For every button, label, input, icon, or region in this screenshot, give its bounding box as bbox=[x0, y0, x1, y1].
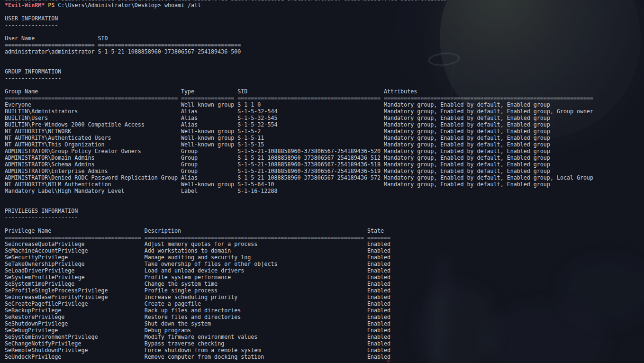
group-info-row: ADMINISTRATOR\Enterprise Admins Group S-… bbox=[5, 168, 593, 174]
privileges-info-row: SeIncreaseQuotaPrivilege Adjust memory q… bbox=[5, 241, 593, 247]
group-info-header-row: Group Name Type SID Attributes bbox=[5, 88, 593, 95]
privileges-info-row: SeTakeOwnershipPrivilege Take ownership … bbox=[5, 261, 593, 267]
group-info-row: ADMINISTRATOR\Group Policy Creator Owner… bbox=[5, 148, 593, 154]
terminal-blank-line bbox=[5, 221, 593, 227]
privileges-info-row: SeRestorePrivilege Restore files and dir… bbox=[5, 314, 593, 320]
terminal-blank-line bbox=[5, 62, 593, 68]
group-info-row: ADMINISTRATOR\Schema Admins Group S-1-5-… bbox=[5, 161, 593, 168]
privileges-info-row: SeSystemProfilePrivilege Profile system … bbox=[5, 274, 593, 281]
privileges-info-row: SeIncreaseBasePriorityPrivilege Increase… bbox=[5, 294, 593, 300]
privileges-info-row: SeBackupPrivilege Back up files and dire… bbox=[5, 307, 593, 314]
privileges-info-row: SeCreatePagefilePrivilege Create a pagef… bbox=[5, 300, 593, 307]
user-info-header-row: User Name SID bbox=[5, 35, 593, 42]
privileges-info-title: PRIVILEGES INFORMATION bbox=[5, 208, 593, 214]
prompt-shell-tag: *Evil-WinRM* bbox=[5, 2, 45, 9]
prompt-path: C:\Users\Administrator\Desktop> bbox=[58, 2, 161, 9]
terminal-output[interactable]: aad3b435b51404ee 31d6cfe0d16ae931 b73c59… bbox=[0, 0, 593, 360]
group-info-row: NT AUTHORITY\NETWORK Well-known group S-… bbox=[5, 128, 593, 135]
user-info-title: USER INFORMATION bbox=[5, 15, 593, 22]
user-info-separator-row: =========================== ============… bbox=[5, 42, 593, 48]
user-info-underline: ---------------- bbox=[5, 22, 593, 28]
privileges-info-row: SeChangeNotifyPrivilege Bypass traverse … bbox=[5, 340, 593, 347]
prompt-line: *Evil-WinRM* PS C:\Users\Administrator\D… bbox=[5, 2, 593, 9]
privileges-info-row: SeSystemtimePrivilege Change the system … bbox=[5, 281, 593, 287]
privileges-info-row: SeRemoteShutdownPrivilege Force shutdown… bbox=[5, 347, 593, 354]
privileges-info-row: SeShutdownPrivilege Shut down the system… bbox=[5, 320, 593, 327]
privileges-info-header-row: Privilege Name Description State bbox=[5, 227, 593, 234]
privileges-info-row: SeDebugPrivilege Debug programs Enabled bbox=[5, 327, 593, 334]
terminal-blank-line bbox=[5, 201, 593, 208]
group-info-separator-row: ========================================… bbox=[5, 95, 593, 101]
user-info-row: administrator\administrator S-1-5-21-108… bbox=[5, 48, 593, 55]
group-info-underline: ----------------- bbox=[5, 75, 593, 82]
group-info-row: NT AUTHORITY\Authenticated Users Well-kn… bbox=[5, 135, 593, 141]
terminal-blank-line bbox=[5, 55, 593, 62]
privileges-info-row: SeLoadDriverPrivilege Load and unload de… bbox=[5, 267, 593, 274]
group-info-row: ADMINISTRATOR\Domain Admins Group S-1-5-… bbox=[5, 154, 593, 161]
privileges-info-separator-row: ========================================… bbox=[5, 234, 593, 241]
privileges-info-row: SeMachineAccountPrivilege Add workstatio… bbox=[5, 247, 593, 254]
terminal-blank-line bbox=[5, 9, 593, 15]
desktop: { "colors":{ "background":"#141822", "fo… bbox=[0, 0, 644, 363]
privileges-info-row: SeUndockPrivilege Remove computer from d… bbox=[5, 354, 593, 360]
group-info-row: BUILTIN\Users Alias S-1-5-32-545 Mandato… bbox=[5, 115, 593, 121]
group-info-row: NT AUTHORITY\This Organization Well-know… bbox=[5, 141, 593, 148]
group-info-row: BUILTIN\Pre-Windows 2000 Compatible Acce… bbox=[5, 121, 593, 128]
privileges-info-underline: ---------------------- bbox=[5, 214, 593, 221]
privileges-info-row: SeProfileSingleProcessPrivilege Profile … bbox=[5, 287, 593, 294]
group-info-row: NT AUTHORITY\NTLM Authentication Well-kn… bbox=[5, 181, 593, 188]
group-info-title: GROUP INFORMATION bbox=[5, 68, 593, 75]
terminal-blank-line bbox=[5, 82, 593, 88]
prompt-ps-label: PS bbox=[48, 2, 54, 9]
terminal-blank-line bbox=[5, 194, 593, 201]
privileges-info-row: SeSecurityPrivilege Manage auditing and … bbox=[5, 254, 593, 261]
group-info-row: Everyone Well-known group S-1-1-0 Mandat… bbox=[5, 101, 593, 108]
privileges-info-row: SeSystemEnvironmentPrivilege Modify firm… bbox=[5, 334, 593, 340]
group-info-row: ADMINISTRATOR\Denied RODC Password Repli… bbox=[5, 174, 593, 181]
group-info-row: Mandatory Label\High Mandatory Level Lab… bbox=[5, 188, 593, 194]
terminal-blank-line bbox=[5, 28, 593, 35]
group-info-row: BUILTIN\Administrators Alias S-1-5-32-54… bbox=[5, 108, 593, 115]
prompt-command: whoami /all bbox=[164, 2, 201, 9]
